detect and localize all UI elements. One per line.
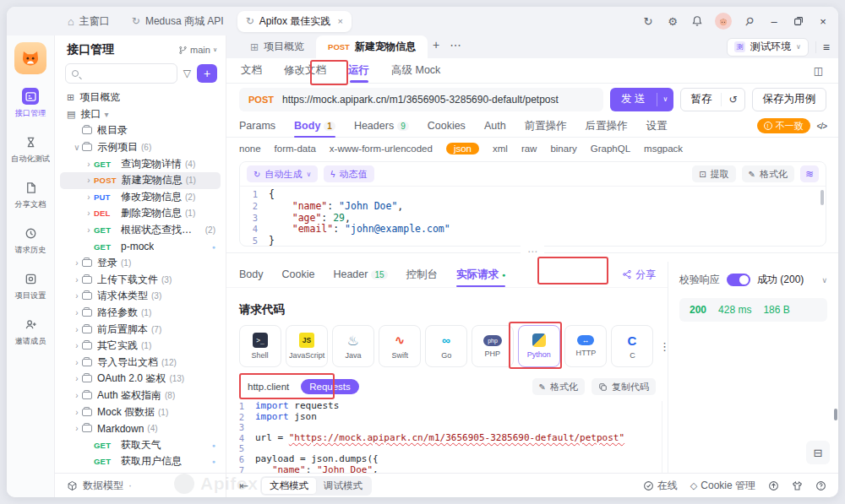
- tree-item[interactable]: › POST 新建宠物信息 (1): [60, 172, 221, 189]
- request-tab[interactable]: 设置: [646, 115, 668, 137]
- expand-arrow-icon[interactable]: ›: [72, 291, 82, 301]
- tree-item[interactable]: › Markdown (4): [60, 420, 221, 437]
- tree-item[interactable]: › 路径参数 (1): [60, 305, 221, 322]
- expand-arrow-icon[interactable]: ›: [84, 176, 94, 185]
- sidebar-item-request-history[interactable]: 请求历史: [14, 225, 47, 256]
- tab-project-overview[interactable]: ⊞ 项目概览: [238, 35, 316, 58]
- inconsistent-badge[interactable]: ! 不一致: [757, 118, 810, 133]
- request-tab[interactable]: Params: [239, 115, 275, 137]
- response-tab[interactable]: Body: [239, 262, 264, 287]
- save-as-case-button[interactable]: 保存为用例: [752, 88, 827, 111]
- response-tab[interactable]: 实际请求 ●: [456, 262, 505, 287]
- tree-item[interactable]: › Mock 假数据 (1): [60, 404, 221, 420]
- body-type-option[interactable]: json: [446, 143, 479, 154]
- help-icon[interactable]: [815, 480, 826, 491]
- request-tab[interactable]: Body 1: [294, 115, 335, 137]
- more-tabs-icon[interactable]: ⋯: [450, 38, 461, 51]
- tree-item[interactable]: › 请求体类型 (3): [60, 288, 221, 305]
- url-input[interactable]: POST https://mock.apipark.cn/m1/3656905-…: [239, 88, 603, 111]
- language-card[interactable]: Python: [518, 325, 560, 367]
- body-type-option[interactable]: x-www-form-urlencoded: [330, 144, 433, 154]
- expand-arrow-icon[interactable]: ›: [72, 391, 82, 400]
- data-model-label[interactable]: 数据模型: [83, 479, 123, 493]
- tree-item[interactable]: › GET 查询宠物详情 (4): [60, 155, 221, 172]
- stash-button[interactable]: 暂存: [681, 92, 721, 106]
- format-button[interactable]: ✎ 格式化: [742, 165, 794, 182]
- auto-generate-button[interactable]: ↻ 自动生成 ∨: [247, 165, 318, 182]
- subtab[interactable]: 文档: [241, 58, 262, 83]
- tree-item[interactable]: › OAuth 2.0 鉴权 (13): [60, 371, 221, 387]
- window-tab[interactable]: 主窗口: [59, 11, 118, 32]
- upgrade-icon[interactable]: [768, 480, 779, 491]
- request-tab[interactable]: 前置操作: [525, 115, 567, 137]
- drag-handle-icon[interactable]: ⋯: [521, 246, 544, 257]
- filter-icon[interactable]: ▽: [183, 68, 191, 79]
- subtab[interactable]: 修改文档: [284, 58, 326, 83]
- request-tab[interactable]: 后置操作: [586, 115, 628, 137]
- tree-item[interactable]: GET 获取天气 ●: [60, 436, 221, 453]
- tree-item[interactable]: 根目录: [60, 122, 221, 139]
- sidebar-item-share-docs[interactable]: 分享文档: [14, 179, 47, 210]
- validate-toggle[interactable]: [727, 274, 750, 286]
- layout-toggle-icon[interactable]: ⊟: [806, 441, 830, 464]
- request-tab[interactable]: Cookies: [428, 115, 466, 137]
- body-type-option[interactable]: form-data: [275, 144, 316, 154]
- close-window-icon[interactable]: ×: [816, 14, 830, 28]
- doc-mode-button[interactable]: 文档模式: [262, 478, 316, 494]
- tree-item[interactable]: › 导入导出文档 (12): [60, 355, 221, 371]
- expand-arrow-icon[interactable]: ›: [72, 408, 82, 417]
- send-button[interactable]: 发 送 ∨: [610, 88, 673, 111]
- expand-arrow-icon[interactable]: ∨: [72, 143, 82, 152]
- tree-item[interactable]: › Auth 鉴权指南 (8): [60, 387, 221, 404]
- response-tab[interactable]: Cookie: [282, 262, 315, 287]
- code-library-tab[interactable]: http.client: [239, 379, 297, 394]
- minimize-icon[interactable]: –: [767, 14, 781, 28]
- tab-active-endpoint[interactable]: POST 新建宠物信息: [316, 35, 428, 58]
- copy-code-button[interactable]: 复制代码: [592, 378, 656, 395]
- sync-icon[interactable]: ↻: [641, 14, 655, 28]
- code-library-tab[interactable]: Requests: [301, 379, 359, 394]
- body-type-option[interactable]: binary: [550, 144, 576, 154]
- tree-item[interactable]: ▤ 接口 ▾: [60, 106, 221, 123]
- sidebar-item-auto-test[interactable]: 自动化测试: [9, 133, 52, 165]
- language-card[interactable]: Shell: [239, 325, 281, 367]
- language-card[interactable]: C: [611, 325, 653, 367]
- tree-item[interactable]: ∨ 示例项目 (6): [60, 139, 221, 156]
- maximize-icon[interactable]: [792, 14, 805, 28]
- dynamic-value-button[interactable]: ϟ 动态值: [324, 165, 373, 182]
- code-view-icon[interactable]: </>: [817, 122, 826, 131]
- scrollbar-thumb[interactable]: [820, 190, 824, 205]
- language-card[interactable]: Go: [425, 325, 467, 367]
- tree-item[interactable]: › GET 根据状态查找宠物列表 (2): [60, 222, 221, 239]
- subtab[interactable]: 高级 Mock: [391, 58, 440, 83]
- tree-item[interactable]: ⊞ 项目概览: [60, 89, 221, 106]
- language-card[interactable]: HTTP: [564, 325, 607, 367]
- body-type-option[interactable]: raw: [521, 144, 537, 154]
- toggle-panel-icon[interactable]: ◫: [814, 65, 823, 77]
- expand-arrow-icon[interactable]: ›: [84, 160, 94, 169]
- response-tab[interactable]: 控制台: [406, 262, 439, 287]
- chevron-down-icon[interactable]: ∨: [821, 276, 827, 285]
- request-tab[interactable]: Headers 9: [354, 115, 409, 137]
- language-card[interactable]: Swift: [379, 325, 421, 367]
- cookie-manager[interactable]: ◇ Cookie 管理: [690, 479, 755, 493]
- sidebar-item-invite-members[interactable]: 邀请成员: [14, 316, 47, 347]
- python-code-block[interactable]: 1import requests2import json34url = "htt…: [226, 401, 662, 473]
- window-tab[interactable]: Medusa 商城 API: [123, 11, 232, 32]
- sidebar-item-project-settings[interactable]: 项目设置: [14, 270, 47, 301]
- gear-icon[interactable]: ⚙: [666, 14, 679, 28]
- language-card[interactable]: JavaScript: [286, 325, 328, 367]
- extract-button[interactable]: ⊡ 提取: [692, 165, 735, 182]
- bell-icon[interactable]: [690, 14, 704, 28]
- theme-icon[interactable]: [792, 480, 803, 491]
- tree-item[interactable]: › 登录 (1): [60, 255, 221, 272]
- format-code-button[interactable]: ✎ 格式化: [532, 378, 585, 395]
- sidebar-item-api-manage[interactable]: 接口管理: [14, 88, 47, 119]
- search-box[interactable]: [65, 63, 177, 84]
- expand-arrow-icon[interactable]: ›: [84, 225, 94, 235]
- response-tab[interactable]: Header 15: [333, 262, 387, 287]
- request-tab[interactable]: Auth: [484, 115, 506, 137]
- environment-selector[interactable]: 测 测试环境 ∨: [727, 38, 809, 57]
- undo-icon[interactable]: ↺: [722, 94, 744, 106]
- menu-icon[interactable]: ≡: [823, 41, 830, 54]
